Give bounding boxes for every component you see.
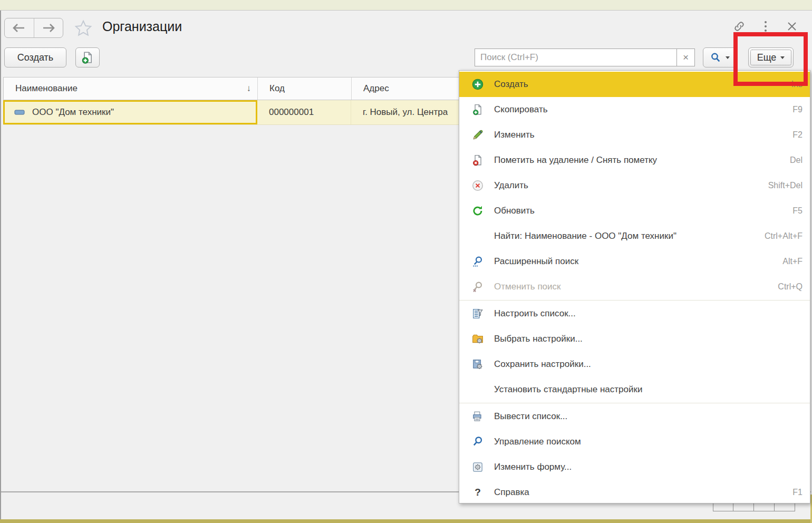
plus-circle-icon (472, 79, 484, 90)
search-box: × (475, 49, 695, 66)
list-item-marker-icon (14, 110, 25, 115)
menu-item-change-form[interactable]: Изменить форму... (459, 454, 810, 480)
choose-settings-icon (472, 333, 484, 345)
mark-delete-icon (472, 154, 484, 166)
menu-separator (459, 300, 810, 301)
menu-item-advanced-search[interactable]: Расширенный поиск Alt+F (459, 249, 810, 274)
no-icon (472, 384, 484, 395)
column-header-name[interactable]: Наименование ↓ (4, 78, 258, 100)
delete-icon (472, 180, 484, 191)
menu-item-choose-settings[interactable]: Выбрать настройки... (459, 326, 810, 352)
cancel-search-icon (472, 281, 484, 293)
menu-item-cancel-search: Отменить поиск Ctrl+Q (459, 274, 810, 299)
change-form-icon (472, 461, 484, 473)
arrow-right-icon (42, 24, 55, 32)
sort-desc-icon: ↓ (247, 83, 252, 94)
create-button-label: Создать (17, 52, 53, 63)
search-clear-button[interactable]: × (676, 49, 694, 66)
cell-name-selected[interactable]: ООО "Дом техники" (3, 100, 257, 124)
menu-item-save-settings[interactable]: Сохранить настройки... (459, 352, 810, 377)
cell-code[interactable]: 000000001 (257, 100, 351, 124)
column-header-code[interactable]: Код (258, 78, 352, 100)
menu-item-search-management[interactable]: Управление поиском (459, 429, 810, 454)
arrow-left-icon (13, 24, 25, 32)
menu-item-find-by-name[interactable]: Найти: Наименование - ООО "Дом техники" … (459, 224, 810, 249)
link-icon[interactable] (733, 20, 746, 33)
more-button-label: Еще (757, 52, 777, 63)
menu-item-set-default-settings[interactable]: Установить стандартные настройки (459, 377, 810, 402)
copy-document-icon (472, 104, 484, 115)
search-management-icon (472, 436, 484, 448)
search-options-button[interactable] (703, 47, 737, 67)
save-settings-icon (472, 359, 484, 370)
no-icon (472, 230, 484, 242)
menu-item-configure-list[interactable]: Настроить список... (459, 301, 810, 326)
menu-item-copy[interactable]: Скопировать F9 (459, 97, 810, 122)
forward-button[interactable] (34, 18, 63, 37)
menu-item-help[interactable]: ? Справка F1 (459, 480, 810, 505)
close-icon[interactable] (786, 20, 798, 33)
magnifier-icon (710, 52, 721, 63)
refresh-icon (472, 205, 484, 217)
help-icon: ? (472, 487, 484, 498)
bottom-strip (0, 519, 812, 523)
menu-item-mark-deletion[interactable]: Пометить на удаление / Снять пометку Del (459, 148, 810, 173)
history-nav (4, 18, 63, 38)
more-button[interactable]: Еще (748, 47, 794, 67)
organizations-list-window: Организации Создать × Еще (0, 0, 812, 523)
print-list-icon (472, 411, 484, 422)
menu-item-edit[interactable]: Изменить F2 (459, 122, 810, 148)
menu-item-output-list[interactable]: Вывести список... (459, 404, 810, 429)
dropdown-arrow-icon (780, 56, 785, 59)
more-dropdown-menu: Создать Ins Скопировать F9 Изменить F2 П… (459, 70, 810, 503)
search-input[interactable] (475, 49, 676, 66)
pencil-icon (472, 129, 484, 141)
more-dots-icon[interactable] (759, 20, 772, 33)
dropdown-arrow-icon (726, 56, 730, 59)
copy-document-icon (81, 51, 94, 64)
advanced-search-icon (472, 256, 484, 267)
window-left-border (0, 11, 1, 523)
menu-item-create[interactable]: Создать Ins (459, 72, 810, 97)
favorite-star-icon[interactable] (74, 19, 93, 38)
create-button[interactable]: Создать (4, 47, 66, 67)
configure-list-icon (472, 308, 484, 319)
menu-separator (459, 403, 810, 403)
copy-button[interactable] (75, 47, 100, 67)
page-title: Организации (102, 19, 182, 34)
back-button[interactable] (5, 18, 34, 37)
menu-item-delete[interactable]: Удалить Shift+Del (459, 173, 810, 198)
top-strip (0, 0, 812, 11)
menu-item-refresh[interactable]: Обновить F5 (459, 198, 810, 224)
